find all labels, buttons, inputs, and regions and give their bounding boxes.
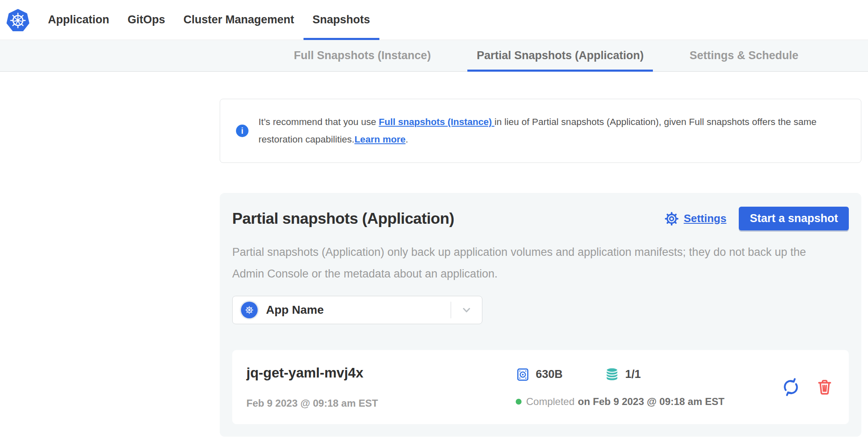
size-value: 630B	[536, 368, 563, 381]
gear-icon	[664, 211, 679, 226]
snapshot-metrics: 630B 1/1	[516, 367, 781, 382]
volumes-value: 1/1	[625, 368, 641, 381]
status-dot	[516, 399, 522, 405]
app-name-select[interactable]: App Name	[232, 296, 482, 324]
snapshot-actions	[781, 378, 835, 397]
snapshot-name: jq-get-yaml-mvj4x	[246, 365, 516, 381]
panel-header: Partial snapshots (Application) Settings	[232, 207, 849, 230]
panel-title: Partial snapshots (Application)	[232, 210, 454, 228]
panel-actions: Settings Start a snapshot	[664, 207, 849, 230]
snapshots-subnav: Full Snapshots (Instance) Partial Snapsh…	[0, 40, 868, 72]
nav-item-cluster-management[interactable]: Cluster Management	[174, 0, 304, 40]
restore-icon[interactable]	[781, 378, 800, 397]
size-chip: 630B	[516, 368, 563, 382]
settings-label: Settings	[684, 212, 727, 225]
info-banner: i It’s recommend that you use Full snaps…	[220, 99, 861, 163]
nav-item-application[interactable]: Application	[39, 0, 118, 40]
chevron-down-icon[interactable]	[451, 304, 482, 316]
database-icon	[605, 367, 620, 382]
banner-text-after: .	[406, 134, 408, 145]
learn-more-link[interactable]: Learn more	[354, 134, 406, 145]
snapshot-status: Completed on Feb 9 2023 @ 09:18 am EST	[516, 396, 781, 408]
partial-snapshots-panel: Partial snapshots (Application) Settings	[220, 193, 861, 437]
delete-icon[interactable]	[816, 379, 833, 395]
nav-item-gitops[interactable]: GitOps	[118, 0, 174, 40]
snapshot-details: 630B 1/1 Completed o	[516, 367, 781, 408]
start-snapshot-button[interactable]: Start a snapshot	[739, 207, 849, 230]
disk-icon	[516, 368, 530, 382]
top-navigation: Application GitOps Cluster Management Sn…	[0, 0, 868, 40]
tab-settings-schedule[interactable]: Settings & Schedule	[680, 40, 808, 71]
tab-full-snapshots[interactable]: Full Snapshots (Instance)	[285, 40, 440, 71]
app-select-value: App Name	[266, 303, 324, 317]
snapshot-main: jq-get-yaml-mvj4x Feb 9 2023 @ 09:18 am …	[246, 365, 516, 409]
banner-text-before: It’s recommend that you use	[258, 117, 379, 127]
status-detail: on Feb 9 2023 @ 09:18 am EST	[578, 396, 725, 408]
info-icon: i	[236, 125, 248, 137]
settings-link[interactable]: Settings	[664, 211, 727, 226]
info-banner-text: It’s recommend that you use Full snapsho…	[258, 113, 845, 148]
nav-item-snapshots[interactable]: Snapshots	[304, 0, 379, 40]
full-snapshots-link[interactable]: Full snapshots (Instance)	[379, 117, 494, 127]
snapshot-date: Feb 9 2023 @ 09:18 am EST	[246, 398, 516, 409]
kubernetes-logo	[6, 0, 30, 40]
kubernetes-icon	[241, 302, 258, 318]
panel-description: Partial snapshots (Application) only bac…	[232, 241, 826, 285]
volumes-chip: 1/1	[605, 367, 641, 382]
status-label: Completed	[526, 396, 574, 408]
snapshot-row: jq-get-yaml-mvj4x Feb 9 2023 @ 09:18 am …	[232, 350, 849, 424]
tab-partial-snapshots[interactable]: Partial Snapshots (Application)	[467, 40, 653, 71]
snapshots-page: Application GitOps Cluster Management Sn…	[0, 0, 868, 440]
